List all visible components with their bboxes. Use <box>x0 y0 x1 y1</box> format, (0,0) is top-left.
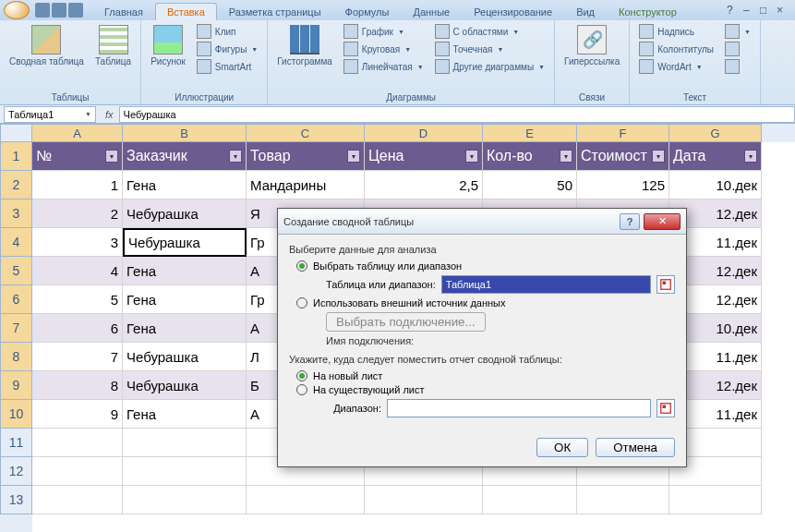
row-header-3[interactable]: 3 <box>0 200 32 228</box>
smartart-button[interactable]: SmartArt <box>193 58 261 75</box>
radio-icon[interactable] <box>296 370 307 381</box>
scatter-chart-button[interactable]: Точечная▼ <box>431 41 548 57</box>
row-header-1[interactable]: 1 <box>0 142 32 171</box>
cell[interactable]: Гена <box>123 285 247 314</box>
close-icon[interactable]: × <box>777 4 789 17</box>
cell[interactable] <box>365 486 483 514</box>
cell[interactable]: Чебурашка <box>123 371 247 400</box>
cell[interactable] <box>669 486 762 514</box>
header-n[interactable]: №▾ <box>32 142 123 171</box>
cell[interactable] <box>123 429 247 457</box>
cell[interactable]: 1 <box>32 171 123 200</box>
row-header-2[interactable]: 2 <box>0 171 32 200</box>
filter-icon[interactable]: ▾ <box>652 150 665 163</box>
cell[interactable]: Чебурашка <box>123 200 247 228</box>
header-price[interactable]: Цена▾ <box>365 142 483 171</box>
col-header-B[interactable]: B <box>123 124 247 142</box>
filter-icon[interactable]: ▾ <box>229 150 242 163</box>
cell[interactable]: Чебурашка <box>123 343 247 371</box>
qat-redo-icon[interactable] <box>68 3 83 18</box>
radio-icon[interactable] <box>296 297 307 308</box>
dialog-titlebar[interactable]: Создание сводной таблицы ? ✕ <box>278 209 686 235</box>
row-header-11[interactable]: 11 <box>0 429 32 457</box>
qat-undo-icon[interactable] <box>52 3 66 18</box>
location-selector-button[interactable] <box>656 399 675 417</box>
clip-button[interactable]: Клип <box>193 23 261 40</box>
radio-new-sheet[interactable]: На новый лист <box>296 370 675 381</box>
col-header-F[interactable]: F <box>577 124 669 142</box>
tab-review[interactable]: Рецензирование <box>462 3 564 20</box>
cell[interactable]: 7 <box>32 343 123 371</box>
name-box[interactable]: Таблица1 ▼ <box>4 106 96 123</box>
picture-button[interactable]: Рисунок <box>147 23 189 68</box>
radio-external-source[interactable]: Использовать внешний источник данных <box>296 297 675 308</box>
filter-icon[interactable]: ▾ <box>560 150 572 163</box>
cell[interactable]: 6 <box>32 314 123 343</box>
filter-icon[interactable]: ▾ <box>744 150 757 163</box>
tab-insert[interactable]: Вставка <box>155 3 217 20</box>
cell[interactable] <box>32 486 123 514</box>
text-more-2[interactable] <box>721 41 754 57</box>
radio-existing-sheet[interactable]: На существующий лист <box>296 384 675 395</box>
cell[interactable]: Гена <box>123 314 247 343</box>
row-header-5[interactable]: 5 <box>0 257 32 285</box>
pivot-table-button[interactable]: Сводная таблица <box>6 23 88 68</box>
textbox-button[interactable]: Надпись <box>635 23 717 40</box>
row-header-12[interactable]: 12 <box>0 457 32 486</box>
ok-button[interactable]: ОК <box>536 438 588 457</box>
tab-data[interactable]: Данные <box>401 3 462 20</box>
minimize-icon[interactable]: – <box>743 4 756 17</box>
histogram-button[interactable]: Гистограмма <box>273 23 336 68</box>
row-header-8[interactable]: 8 <box>0 343 32 371</box>
row-header-7[interactable]: 7 <box>0 314 32 343</box>
col-header-C[interactable]: C <box>247 124 365 142</box>
header-footer-button[interactable]: Колонтитулы <box>635 41 717 57</box>
tab-page-layout[interactable]: Разметка страницы <box>217 3 333 20</box>
text-more-1[interactable]: ▼ <box>721 23 754 40</box>
filter-icon[interactable]: ▾ <box>465 150 478 163</box>
cell[interactable] <box>123 486 247 514</box>
line-chart-button[interactable]: График▼ <box>340 23 428 40</box>
dialog-close-button[interactable]: ✕ <box>644 213 681 230</box>
header-cost[interactable]: Стоимост▾ <box>577 142 669 171</box>
qat-save-icon[interactable] <box>35 3 50 18</box>
radio-icon[interactable] <box>296 384 307 395</box>
office-button[interactable] <box>4 1 30 19</box>
cell[interactable]: 125 <box>577 171 669 200</box>
header-qty[interactable]: Кол-во▾ <box>483 142 577 171</box>
cell[interactable]: Мандарины <box>247 171 365 200</box>
cell[interactable] <box>483 486 577 514</box>
cell[interactable]: 2 <box>32 200 123 228</box>
cell[interactable] <box>577 486 669 514</box>
hyperlink-button[interactable]: Гиперссылка <box>560 23 623 68</box>
row-header-13[interactable]: 13 <box>0 486 32 514</box>
dialog-help-button[interactable]: ? <box>620 213 640 230</box>
bar-chart-button[interactable]: Линейчатая▼ <box>340 58 428 75</box>
filter-icon[interactable]: ▾ <box>105 150 118 163</box>
pie-chart-button[interactable]: Круговая▼ <box>340 41 428 57</box>
cell[interactable]: 4 <box>32 257 123 285</box>
row-header-6[interactable]: 6 <box>0 285 32 314</box>
cell[interactable]: 10.дек <box>669 171 762 200</box>
radio-icon[interactable] <box>296 260 307 272</box>
radio-select-range[interactable]: Выбрать таблицу или диапазон <box>296 260 675 272</box>
cell[interactable]: Гена <box>123 257 247 285</box>
select-all-corner[interactable] <box>0 124 32 142</box>
restore-icon[interactable]: □ <box>760 4 773 17</box>
cell[interactable]: Чебурашка <box>123 228 247 257</box>
chevron-down-icon[interactable]: ▼ <box>85 111 91 117</box>
fx-icon[interactable]: fx <box>105 109 114 120</box>
location-input[interactable] <box>387 399 651 417</box>
shapes-button[interactable]: Фигуры▼ <box>193 41 261 57</box>
header-cust[interactable]: Заказчик▾ <box>123 142 247 171</box>
filter-icon[interactable]: ▾ <box>347 150 360 163</box>
row-header-4[interactable]: 4 <box>0 228 32 257</box>
row-header-10[interactable]: 10 <box>0 400 32 429</box>
cell[interactable]: Гена <box>123 400 247 429</box>
cell[interactable]: Гена <box>123 171 247 200</box>
tab-view[interactable]: Вид <box>564 3 607 20</box>
cell[interactable]: 9 <box>32 400 123 429</box>
table-button[interactable]: Таблица <box>91 23 135 68</box>
text-more-3[interactable] <box>721 58 754 75</box>
tab-formulas[interactable]: Формулы <box>333 3 402 20</box>
